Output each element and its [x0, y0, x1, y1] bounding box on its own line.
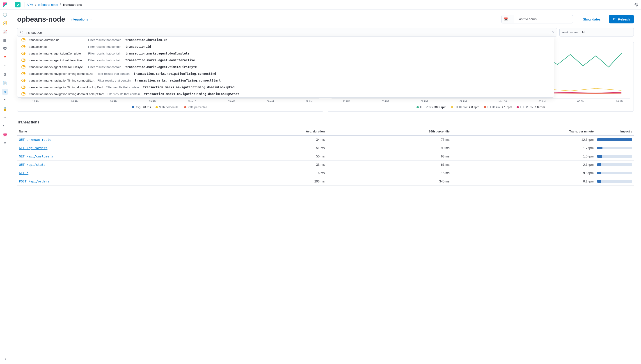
impact-bar	[597, 155, 632, 158]
dashboard-icon[interactable]: ▦	[2, 38, 8, 43]
transaction-link[interactable]: GET /api/stats	[19, 163, 46, 166]
legend-item[interactable]: HTTP 2xx 38.5 rpm	[416, 106, 446, 109]
legend-dot-icon	[184, 106, 186, 108]
search-icon	[20, 30, 23, 34]
table-header[interactable]: 95th percentile	[327, 128, 451, 136]
impact-bar	[597, 138, 632, 141]
breadcrumb-current: Transactions	[63, 3, 82, 6]
x-tick: 09 PM	[460, 100, 467, 103]
legend-item[interactable]: HTTP 4xx 2.1 rpm	[484, 106, 512, 109]
legend-dot-icon	[156, 106, 158, 108]
monitoring-icon[interactable]: 💓	[2, 132, 8, 138]
logs-icon[interactable]: 📄	[2, 80, 8, 86]
search-box[interactable]: ✕	[17, 28, 557, 36]
uptime-icon[interactable]: ↻	[2, 97, 8, 103]
newsfeed-icon[interactable]	[634, 2, 639, 7]
suggestion-field: transaction.marks.agent.domInteractive	[29, 58, 85, 62]
legend-item[interactable]: HTTP 5xx 3.8 rpm	[517, 106, 545, 109]
space-badge[interactable]: D	[15, 2, 21, 8]
field-icon	[22, 52, 26, 55]
table-header[interactable]: Trans. per minute	[451, 128, 595, 136]
autocomplete-panel: transaction.duration.us Filter results t…	[17, 36, 554, 98]
legend-item[interactable]: 99th percentile	[184, 106, 208, 109]
show-dates-link[interactable]: Show dates	[583, 17, 600, 21]
breadcrumb: APM / opbeans-node / Transactions	[27, 3, 82, 6]
suggestion-item[interactable]: transaction.duration.us Filter results t…	[17, 36, 554, 43]
suggestion-field: transaction.duration.us	[29, 38, 85, 42]
kibana-logo-icon[interactable]	[2, 2, 7, 7]
impact-cell	[595, 144, 634, 152]
transactions-heading: Transactions	[17, 117, 634, 128]
legend-dot-icon	[484, 106, 486, 108]
maps-icon[interactable]: 📍	[2, 54, 8, 60]
field-icon	[22, 79, 26, 82]
tpm-cell: 12.6 tpm	[451, 136, 595, 144]
impact-cell	[595, 169, 634, 177]
ml-icon[interactable]: ⟟	[2, 63, 8, 69]
table-row: POST /api/orders 293 ms 345 ms 0.2 tpm	[17, 177, 634, 186]
tpm-cell: 0.2 tpm	[451, 177, 595, 186]
suggestion-desc: Filter results that contain	[107, 92, 140, 96]
legend-value: 3.8 rpm	[535, 106, 545, 109]
suggestion-item[interactable]: transaction.marks.navigationTiming.conne…	[17, 70, 554, 77]
environment-select[interactable]: environment All ⌄	[559, 28, 634, 36]
date-picker: 📅 ⌄ Last 24 hours	[501, 15, 573, 24]
table-row: GET /api/customers 50 ms 93 ms 1.5 tpm	[17, 152, 634, 160]
suggestion-item[interactable]: transaction.marks.agent.domComplete Filt…	[17, 50, 554, 57]
legend-dot-icon	[416, 106, 419, 108]
suggestion-sample: transaction.duration.us	[125, 38, 168, 42]
clear-search-icon[interactable]: ✕	[552, 30, 555, 34]
calendar-icon: 📅	[504, 17, 508, 21]
avg-duration-cell: 34 ms	[211, 136, 326, 144]
legend-item[interactable]: Avg. 20 ms	[132, 106, 151, 109]
refresh-button[interactable]: ⟳ Refresh	[609, 15, 634, 24]
suggestion-field: transaction.marks.navigationTiming.domai…	[29, 92, 104, 96]
transaction-link[interactable]: GET /api/customers	[19, 154, 53, 158]
apm-icon[interactable]: ⑃	[2, 89, 8, 94]
suggestion-item[interactable]: transaction.marks.navigationTiming.domai…	[17, 84, 554, 90]
suggestion-item[interactable]: transaction.marks.navigationTiming.conne…	[17, 77, 554, 84]
suggestion-desc: Filter results that contain	[88, 52, 121, 55]
suggestion-item[interactable]: transaction.marks.agent.timeToFirstByte …	[17, 64, 554, 70]
visualize-icon[interactable]: 📈	[2, 29, 8, 35]
search-input[interactable]	[26, 30, 549, 34]
transaction-link[interactable]: GET /api/orders	[19, 146, 47, 150]
avg-duration-cell: 33 ms	[211, 160, 326, 169]
integrations-dropdown[interactable]: Integrations ⌄	[71, 17, 93, 21]
siem-icon[interactable]: 🔒	[2, 106, 8, 112]
table-row: GET /api/stats 33 ms 61 ms 2.1 tpm	[17, 160, 634, 169]
avg-duration-cell: 6 ms	[211, 169, 326, 177]
transaction-link[interactable]: GET unknown route	[19, 138, 51, 142]
table-header[interactable]: Avg. duration	[211, 128, 326, 136]
discover-icon[interactable]: 🧭	[2, 20, 8, 26]
legend-item[interactable]: 95th percentile	[156, 106, 180, 109]
collapse-nav-icon[interactable]: ⇥	[2, 356, 8, 362]
devtools-icon[interactable]: ✧	[2, 114, 8, 120]
recent-icon[interactable]: 🕘	[2, 12, 8, 18]
suggestion-item[interactable]: transaction.id Filter results that conta…	[17, 43, 554, 50]
breadcrumb-service[interactable]: opbeans-node	[38, 3, 58, 6]
tpm-cell: 2.1 tpm	[451, 160, 595, 169]
breadcrumb-apm[interactable]: APM	[27, 3, 33, 6]
tpm-cell: 9.8 tpm	[451, 169, 595, 177]
transaction-link[interactable]: GET *	[19, 171, 29, 175]
topbar: D APM / opbeans-node / Transactions	[0, 0, 641, 10]
stack-icon[interactable]: 🗝	[2, 123, 8, 129]
date-range-readout[interactable]: Last 24 hours	[514, 15, 573, 24]
suggestion-item[interactable]: transaction.marks.navigationTiming.domai…	[17, 90, 554, 97]
transaction-link[interactable]: POST /api/orders	[19, 180, 49, 183]
table-header[interactable]: Impact↓	[595, 128, 634, 136]
table-row: GET unknown route 34 ms 75 ms 12.6 tpm	[17, 136, 634, 144]
infra-icon[interactable]: ⧉	[2, 72, 8, 78]
impact-cell	[595, 152, 634, 160]
sort-desc-icon: ↓	[631, 130, 632, 133]
table-header[interactable]: Name	[17, 128, 211, 136]
date-quick-button[interactable]: 📅 ⌄	[501, 15, 514, 24]
canvas-icon[interactable]: 🖼	[2, 46, 8, 52]
legend-value: 7.8 rpm	[469, 106, 479, 109]
suggestion-sample: transaction.marks.agent.domInteractive	[125, 58, 195, 62]
management-icon[interactable]: ⚙	[2, 140, 8, 146]
suggestion-sample: transaction.marks.navigationTiming.conne…	[135, 78, 221, 82]
legend-item[interactable]: HTTP 3xx 7.8 rpm	[451, 106, 479, 109]
suggestion-item[interactable]: transaction.marks.agent.domInteractive F…	[17, 57, 554, 64]
